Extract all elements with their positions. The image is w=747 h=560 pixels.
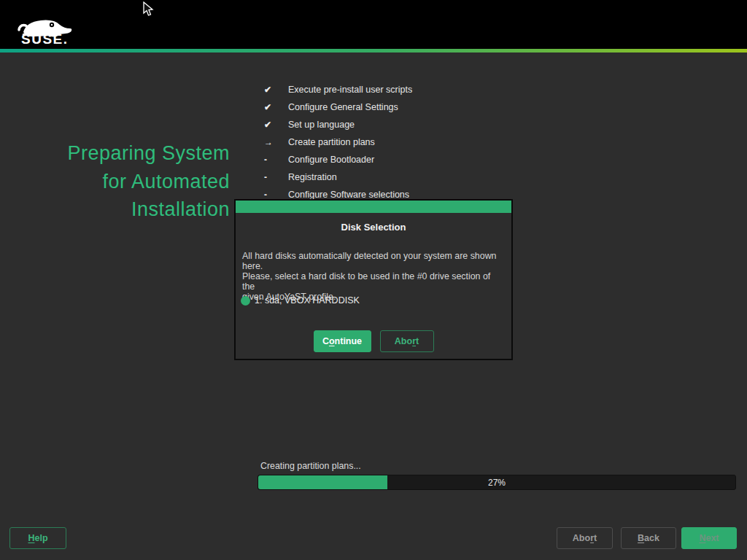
page-title-line1: Preparing System [18,139,230,168]
step-label: Execute pre-install user scripts [288,85,412,95]
disk-option-label[interactable]: 1: sda, VBOX HARDDISK [255,295,360,306]
installation-steps-list: ✔ Execute pre-install user scripts ✔ Con… [264,81,412,203]
dialog-title: Disk Selection [236,222,511,233]
header-bar: SUSE. [0,0,747,49]
step-row-general-settings: ✔ Configure General Settings [264,98,412,116]
progress-status-label: Creating partition plans... [260,461,361,471]
radio-selected-icon[interactable] [241,296,250,306]
suse-wordmark: SUSE. [21,31,69,47]
pending-dash-icon: - [264,172,288,182]
back-button[interactable]: Back [621,527,676,549]
disk-selection-dialog: Disk Selection All hard disks automatica… [234,199,513,360]
step-row-language: ✔ Set up language [264,116,412,133]
help-button[interactable]: Help [9,527,66,549]
abort-button[interactable]: Abort [557,527,613,549]
step-label: Create partition plans [288,137,375,147]
yast-installer-window: { "header": { "logo_text": "SUSE." }, "h… [0,0,747,560]
pending-dash-icon: - [264,155,288,165]
mouse-cursor [143,1,155,18]
check-icon: ✔ [264,120,288,130]
dialog-titlebar [236,201,511,213]
page-title: Preparing System for Automated Installat… [18,139,230,224]
progress-percent-text: 27% [258,475,735,489]
step-row-partition-plans: → Create partition plans [264,133,412,151]
progress-bar: 27% [258,475,736,490]
page-title-line2: for Automated [18,168,230,196]
step-label: Configure Bootloader [288,155,374,165]
dialog-abort-button[interactable]: Abort [380,330,434,352]
current-step-arrow-icon: → [264,137,288,147]
step-row-bootloader: - Configure Bootloader [264,151,412,168]
check-icon: ✔ [264,85,288,95]
step-label: Configure Software selections [288,190,409,200]
chameleon-eye-dot [51,24,53,26]
step-label: Configure General Settings [288,102,398,112]
dialog-button-row: Continue Abort [236,330,511,352]
pending-dash-icon: - [264,190,288,200]
step-row-pre-install-scripts: ✔ Execute pre-install user scripts [264,81,412,98]
step-label: Registration [288,172,337,182]
suse-logo: SUSE. [9,6,89,47]
page-title-line3: Installation [18,195,230,224]
dialog-message-line1: All hard disks automatically detected on… [242,251,505,271]
next-button[interactable]: Next [681,527,737,549]
header-accent-line [0,49,747,52]
step-label: Set up language [288,120,355,130]
step-row-registration: - Registration [264,168,412,186]
check-icon: ✔ [264,102,288,112]
dialog-message-line2: Please, select a hard disk to be used in… [242,271,505,292]
disk-radio-option[interactable]: 1: sda, VBOX HARDDISK [241,295,360,306]
chameleon-nose-curl [60,20,64,24]
continue-button[interactable]: Continue [314,330,371,352]
dialog-message: All hard disks automatically detected on… [236,251,511,302]
